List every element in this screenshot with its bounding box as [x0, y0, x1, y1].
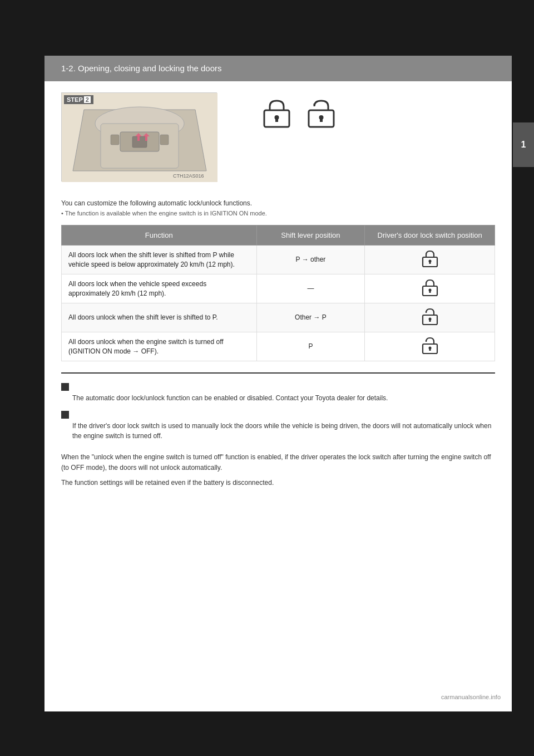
pre-table-text: You can customize the following automati… [61, 198, 495, 218]
header-lock-icons [261, 98, 337, 129]
header-bar: 1-2. Opening, closing and locking the do… [44, 56, 512, 81]
step-area: STEP 2 [61, 92, 495, 181]
content-area: 1-2. Opening, closing and locking the do… [44, 56, 512, 711]
lock-icon-row2 [422, 279, 438, 297]
svg-rect-24 [429, 319, 431, 322]
table-cell-door [365, 303, 495, 332]
svg-rect-12 [275, 117, 278, 122]
table-cell-shift: P [256, 332, 365, 361]
function-table: Function Shift lever position Driver's d… [61, 225, 495, 361]
table-row: All doors unlock when the engine switch … [62, 332, 495, 361]
step-image-box: STEP 2 [61, 92, 217, 181]
main-content: STEP 2 [44, 81, 512, 500]
svg-rect-7 [111, 135, 119, 145]
unlock-icon-row3 [422, 308, 438, 326]
lock-icon-row1 [422, 250, 438, 268]
table-cell-door [365, 246, 495, 274]
note-header-2 [61, 410, 495, 419]
locked-icon-header [261, 98, 292, 129]
table-row: All doors lock when the shift lever is s… [62, 246, 495, 274]
table-cell-function: All doors lock when the shift lever is s… [62, 246, 257, 274]
svg-rect-21 [429, 290, 431, 293]
side-tab-number: 1 [513, 122, 534, 167]
col-header-function: Function [62, 225, 257, 246]
note-section-1: The automatic door lock/unlock function … [61, 382, 495, 403]
footer-watermark: carmanualsonline.info [441, 694, 501, 700]
unlock-icon-row4 [422, 337, 438, 355]
page-container: 1-2. Opening, closing and locking the do… [0, 0, 534, 756]
step-badge: STEP 2 [64, 95, 93, 104]
note-text-2: If the driver's door lock switch is used… [72, 421, 495, 441]
svg-text:CTH12AS016: CTH12AS016 [173, 173, 204, 179]
note-square-2 [61, 411, 69, 419]
svg-rect-18 [429, 261, 431, 264]
separator [61, 372, 495, 374]
table-row: All doors lock when the vehicle speed ex… [62, 274, 495, 303]
header-title: 1-2. Opening, closing and locking the do… [61, 63, 222, 73]
unlocked-icon-header [306, 98, 337, 129]
table-cell-shift: P → other [256, 246, 365, 274]
lock-icons-pair [261, 98, 337, 129]
col-header-shift: Shift lever position [256, 225, 365, 246]
table-body: All doors lock when the shift lever is s… [62, 246, 495, 361]
table-cell-door [365, 332, 495, 361]
table-cell-shift: Other → P [256, 303, 365, 332]
note-header-1 [61, 382, 495, 391]
additional-text: When the "unlock when the engine switch … [61, 452, 495, 489]
note-section-2: If the driver's door lock switch is used… [61, 410, 495, 441]
svg-rect-8 [160, 135, 169, 145]
table-cell-function: All doors unlock when the engine switch … [62, 332, 257, 361]
table-row: All doors unlock when the shift lever is… [62, 303, 495, 332]
table-cell-door [365, 274, 495, 303]
table-cell-function: All doors unlock when the shift lever is… [62, 303, 257, 332]
table-cell-shift: — [256, 274, 365, 303]
table-cell-function: All doors lock when the vehicle speed ex… [62, 274, 257, 303]
svg-rect-15 [320, 117, 323, 122]
col-header-door-lock: Driver's door lock switch position [365, 225, 495, 246]
note-text-1: The automatic door lock/unlock function … [72, 393, 495, 403]
note-square-1 [61, 383, 69, 391]
table-header: Function Shift lever position Driver's d… [62, 225, 495, 246]
car-interior-illustration: CTH12AS016 [62, 93, 217, 182]
svg-rect-27 [429, 348, 431, 351]
